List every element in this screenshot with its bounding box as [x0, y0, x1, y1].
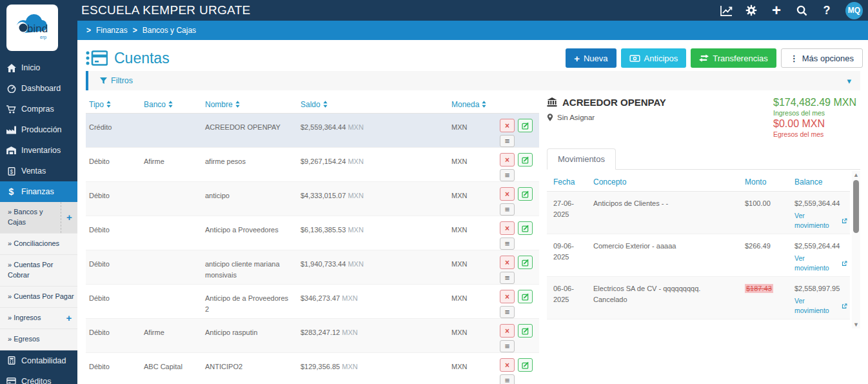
edit-button[interactable] — [518, 290, 533, 303]
cell-concepto: Electricos SA de CV - qqqqqqqqq. Cancela… — [587, 277, 738, 319]
chevron-down-icon[interactable]: ▾ — [847, 76, 851, 86]
movements-scrollbar[interactable]: ▲ ▼ — [852, 171, 860, 328]
sidebar-item-ventas[interactable]: $ Ventas — [0, 161, 77, 181]
edit-button[interactable] — [518, 324, 533, 338]
cell-tipo: Crédito — [86, 114, 141, 136]
cell-banco — [141, 182, 202, 193]
sidebar-item-creditos[interactable]: Créditos — [0, 371, 77, 384]
search-icon[interactable] — [795, 4, 808, 17]
help-icon[interactable]: ? — [820, 4, 833, 17]
cell-balance: $2,559,364.44 Ver movimiento — [788, 192, 850, 234]
delete-button[interactable]: × — [500, 119, 515, 132]
row-menu-button[interactable]: ≡ — [500, 374, 515, 384]
delete-button[interactable]: × — [500, 324, 515, 338]
submenu-item-conciliaciones[interactable]: » Conciliaciones — [0, 234, 77, 255]
sort-tipo[interactable]: Tipo — [86, 100, 141, 109]
row-menu-button[interactable]: ≡ — [500, 135, 515, 147]
movements-panel: Fecha Concepto Monto Balance 27-06-2025 … — [547, 170, 860, 328]
chart-icon[interactable] — [720, 4, 733, 17]
sidebar-item-compras[interactable]: Compras — [0, 99, 77, 119]
sidebar-item-finanzas[interactable]: $ Finanzas — [0, 181, 77, 202]
submenu-item-bancos-y-cajas[interactable]: » Bancos y Cajas + — [0, 202, 77, 234]
cell-monto: $266.49 — [738, 234, 788, 276]
breadcrumb-bancos-y-cajas[interactable]: Bancos y Cajas — [143, 26, 196, 35]
add-ingreso-button[interactable]: + — [61, 308, 77, 328]
breadcrumb: > Finanzas > Bancos y Cajas — [77, 21, 868, 40]
external-link-icon — [842, 261, 847, 267]
sidebar-item-produccion[interactable]: Producción — [0, 119, 77, 140]
anticipos-button[interactable]: Anticipos — [621, 48, 687, 68]
row-menu-button[interactable]: ≡ — [500, 272, 515, 284]
submenu-item-ingresos[interactable]: » Ingresos + — [0, 308, 77, 329]
row-menu-button[interactable]: ≡ — [500, 169, 515, 181]
sort-nombre[interactable]: Nombre — [202, 100, 297, 109]
sidebar-item-dashboard[interactable]: Dashboard — [0, 78, 77, 99]
transferencias-button[interactable]: Transferencias — [691, 48, 776, 68]
bind-logo[interactable]: bind erp — [6, 5, 58, 51]
sidebar-item-label: Ventas — [21, 167, 46, 176]
table-row[interactable]: Débito Afirme Anticipo rasputin $283,247… — [86, 319, 539, 353]
tab-movimientos[interactable]: Movimientos — [547, 148, 616, 170]
plus-icon[interactable]: + — [770, 4, 783, 17]
submenu-item-egresos[interactable]: » Egresos — [0, 329, 77, 350]
edit-button[interactable] — [518, 256, 533, 269]
gear-icon[interactable] — [745, 4, 758, 17]
row-menu-button[interactable]: ≡ — [500, 203, 515, 216]
edit-button[interactable] — [518, 119, 533, 132]
ver-movimiento-link[interactable]: Ver movimiento — [794, 211, 847, 232]
sidebar-item-inicio[interactable]: Inicio — [0, 57, 77, 78]
table-row[interactable]: Débito Anticipo a Proveedores $6,136,385… — [86, 216, 539, 250]
edit-button[interactable] — [518, 221, 533, 235]
row-menu-button[interactable]: ≡ — [500, 237, 515, 250]
account-detail-panel: ACREEDOR OPENPAY Sin Asignar $174,482.49… — [547, 97, 860, 328]
edit-button[interactable] — [518, 358, 533, 372]
user-avatar[interactable]: MQ — [845, 2, 863, 19]
col-monto[interactable]: Monto — [738, 177, 788, 187]
sidebar-item-label: Dashboard — [21, 84, 61, 93]
scroll-down-icon[interactable]: ▼ — [852, 321, 860, 328]
table-row[interactable]: Débito ABC Capital ANTICIPO2 $129,356.85… — [86, 353, 539, 384]
delete-button[interactable]: × — [500, 256, 515, 269]
sort-banco[interactable]: Banco — [141, 100, 202, 109]
col-concepto[interactable]: Concepto — [587, 177, 738, 187]
col-fecha[interactable]: Fecha — [547, 177, 587, 187]
sidebar-item-contabilidad[interactable]: Contabilidad — [0, 350, 77, 371]
table-row[interactable]: Débito anticipo cliente mariana monsivai… — [86, 250, 539, 285]
row-menu-button[interactable]: ≡ — [500, 306, 515, 318]
edit-button[interactable] — [518, 153, 533, 167]
submenu-item-cuentas-por-pagar[interactable]: » Cuentas Por Pagar — [0, 287, 77, 308]
scrollbar-thumb[interactable] — [853, 180, 859, 233]
filters-label: Filtros — [111, 76, 133, 85]
sidebar-item-inventarios[interactable]: Inventarios — [0, 140, 77, 161]
filters-bar[interactable]: Filtros ▾ — [86, 71, 860, 90]
submenu-item-cuentas-por-cobrar[interactable]: » Cuentas Por Cobrar — [0, 255, 77, 287]
sort-moneda[interactable]: Moneda — [448, 100, 497, 109]
cell-monto: $116.00 — [738, 319, 788, 328]
row-menu-button[interactable]: ≡ — [500, 340, 515, 352]
main-content: Cuentas + Nueva Anticipos Transferencias… — [77, 40, 868, 384]
nueva-button[interactable]: + Nueva — [566, 48, 616, 68]
table-row[interactable]: Débito Afirme afirme pesos $9,267,154.24… — [86, 148, 539, 182]
sort-icon — [168, 101, 173, 108]
mas-opciones-button[interactable]: ⋮ Más opciones — [781, 48, 863, 68]
cell-moneda: MXN — [448, 216, 497, 238]
row-actions: × ≡ — [497, 114, 539, 147]
add-account-button[interactable]: + — [61, 202, 77, 233]
table-row[interactable]: Débito Anticipo de a Proveedores 2 $346,… — [86, 285, 539, 319]
delete-button[interactable]: × — [500, 153, 515, 167]
edit-button[interactable] — [518, 187, 533, 201]
delete-button[interactable]: × — [500, 221, 515, 235]
cell-monto: $100.00 — [738, 192, 788, 234]
table-row[interactable]: Débito anticipo $4,333,015.07 MXN MXN × … — [86, 182, 539, 216]
sort-saldo[interactable]: Saldo — [297, 100, 448, 109]
ver-movimiento-link[interactable]: Ver movimiento — [794, 254, 847, 274]
sidebar: bind erp Inicio Dashboard Compras Produc… — [0, 0, 77, 384]
breadcrumb-finanzas[interactable]: Finanzas — [96, 26, 128, 35]
delete-button[interactable]: × — [500, 358, 515, 372]
ver-movimiento-link[interactable]: Ver movimiento — [794, 296, 847, 317]
col-balance[interactable]: Balance — [788, 177, 850, 187]
scroll-up-icon[interactable]: ▲ — [852, 171, 860, 179]
delete-button[interactable]: × — [500, 187, 515, 201]
table-row[interactable]: Crédito ACREEDOR OPENPAY $2,559,364.44 M… — [86, 114, 539, 148]
delete-button[interactable]: × — [500, 290, 515, 303]
